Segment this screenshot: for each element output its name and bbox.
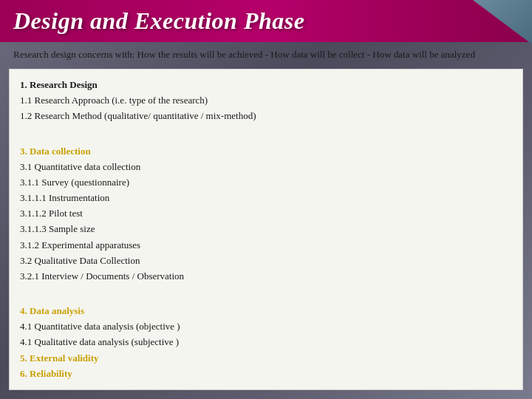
item-3-1-1: 3.1.1 Survey (questionnaire) <box>20 175 512 190</box>
item-4-1-subj: 4.1 Qualitative data analysis (subjectiv… <box>20 335 512 349</box>
item-5-header: 5. External validity <box>20 351 512 366</box>
item-3-header: 3. Data collection <box>20 144 512 159</box>
item-3-2-1: 3.2.1 Interview / Documents / Observatio… <box>20 269 512 284</box>
item-3-1-1-1: 3.1.1.1 Instrumentation <box>20 191 512 205</box>
subtitle-area: Research design concerns with: How the r… <box>0 42 532 66</box>
slide-container: Design and Execution Phase Research desi… <box>0 0 532 399</box>
item-3-1-1-3: 3.1.1.3 Sample size <box>20 222 512 236</box>
item-1-2: 1.2 Research Method (qualitative/ quanti… <box>20 109 512 123</box>
item-1-header: 1. Research Design <box>20 78 512 92</box>
item-3-2: 3.2 Qualitative Data Collection <box>20 253 512 268</box>
item-3-1: 3.1 Quantitative data collection <box>20 160 512 174</box>
item-6-header: 6. Reliability <box>20 366 512 381</box>
title-bar: Design and Execution Phase <box>0 0 532 42</box>
slide-title: Design and Execution Phase <box>13 7 304 34</box>
subtitle-text: Research design concerns with: How the r… <box>13 49 475 60</box>
item-3-1-1-2: 3.1.1.2 Pilot test <box>20 206 512 221</box>
title-decoration <box>473 0 532 44</box>
item-3-1-2: 3.1.2 Experimental apparatuses <box>20 238 512 253</box>
content-box: 1. Research Design 1.1 Research Approach… <box>9 69 523 390</box>
item-4-header: 4. Data analysis <box>20 304 512 318</box>
item-1-1: 1.1 Research Approach (i.e. type of the … <box>20 93 512 108</box>
item-4-1-obj: 4.1 Quantitative data analysis (objectiv… <box>20 319 512 334</box>
